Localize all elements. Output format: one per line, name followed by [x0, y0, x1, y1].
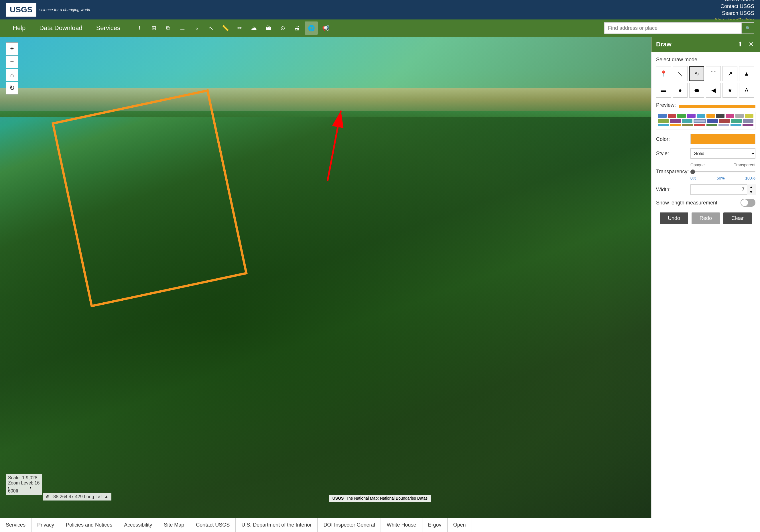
rectangle-mode-button[interactable]: ▬ [656, 83, 671, 98]
exclamation-tool[interactable]: ! [133, 22, 146, 35]
footer-sitemap-link[interactable]: Site Map [158, 518, 190, 532]
services-link[interactable]: Services [89, 20, 127, 37]
clear-button[interactable]: Clear [723, 213, 752, 224]
search-button[interactable]: 🔍 [742, 22, 754, 34]
star-mode-button[interactable]: ★ [723, 83, 737, 98]
transparency-thumb[interactable] [690, 169, 695, 174]
draw-panel-title: Draw [656, 41, 672, 48]
zoom-out-button[interactable]: − [6, 56, 18, 68]
swatch-seafoam[interactable] [731, 119, 741, 123]
line-mode-button[interactable]: ＼ [673, 66, 688, 81]
footer-doi-link[interactable]: U.S. Department of the Interior [236, 518, 317, 532]
footer-egov-link[interactable]: E-gov [422, 518, 448, 532]
swatch-red[interactable] [668, 114, 676, 118]
print-tool[interactable]: 🖨 [290, 22, 304, 35]
ellipse-mode-button[interactable]: ⬬ [689, 83, 704, 98]
collapse-panel-button[interactable]: ⬆ [736, 40, 744, 49]
help-link[interactable]: Help [6, 20, 32, 37]
style-select[interactable]: Solid Dashed Dotted [690, 148, 755, 159]
swatch-row-3 [658, 124, 753, 126]
swatch-green[interactable] [677, 114, 686, 118]
layers-tool[interactable]: ⧉ [162, 22, 175, 35]
undo-button[interactable]: Undo [660, 213, 688, 224]
select-mode-label: Select draw mode [656, 57, 755, 63]
measure-tool[interactable]: 📏 [219, 22, 232, 35]
draw-tool[interactable]: ✏ [233, 22, 246, 35]
swatch-purple[interactable] [687, 114, 695, 118]
footer-policies-link[interactable]: Policies and Notices [60, 518, 118, 532]
swatch-grid[interactable] [656, 112, 755, 129]
speaker-tool[interactable]: 📢 [319, 22, 332, 35]
transparency-labels: Opaque Transparent [690, 163, 755, 167]
terrain-tool[interactable]: ⛰ [247, 22, 261, 35]
close-panel-button[interactable]: ✕ [747, 40, 755, 49]
map-attribution: USGS The National Map: National Boundari… [329, 495, 431, 502]
swatch-navy[interactable] [707, 119, 718, 123]
swatch-yellow[interactable] [745, 114, 753, 118]
swatch-slate[interactable] [743, 119, 753, 123]
swatch-gray[interactable] [736, 114, 744, 118]
polygon-mode-button[interactable]: ◀ [706, 83, 721, 98]
grid-tool[interactable]: ⊞ [147, 22, 160, 35]
map-controls: + − ⌂ ↻ [6, 42, 18, 94]
draw-mode-row-1: 📍 ＼ ∿ ⌒ ↗ ▲ [656, 66, 755, 81]
search-input[interactable] [604, 22, 742, 34]
target-tool[interactable]: ⊙ [276, 22, 289, 35]
transparency-label: Transparency: [656, 169, 690, 175]
show-length-toggle[interactable] [740, 199, 755, 207]
footer-services-link[interactable]: Services [6, 518, 31, 532]
usgs-home-link[interactable]: USGS Home [725, 0, 754, 3]
home-button[interactable]: ⌂ [6, 69, 18, 81]
point-mode-button[interactable]: 📍 [656, 66, 671, 81]
list-tool[interactable]: ☰ [176, 22, 189, 35]
arrow-mode-button[interactable]: ↗ [723, 66, 737, 81]
swatch-teal[interactable] [682, 119, 692, 123]
swatch-dash-5[interactable] [706, 124, 717, 126]
swatch-dash-1[interactable] [658, 124, 669, 126]
swatch-olive[interactable] [658, 119, 669, 123]
footer-contact-link[interactable]: Contact USGS [190, 518, 236, 532]
pct-50: 50% [717, 176, 725, 180]
swatch-brick[interactable] [719, 119, 730, 123]
contact-usgs-link[interactable]: Contact USGS [721, 3, 754, 10]
footer-accessibility-link[interactable]: Accessibility [118, 518, 158, 532]
width-increment-button[interactable]: ▲ [747, 184, 755, 190]
color-picker[interactable] [690, 134, 755, 144]
color-label: Color: [656, 136, 690, 142]
swatch-dash-6[interactable] [719, 124, 729, 126]
polyline-mode-button[interactable]: ∿ [689, 66, 704, 81]
data-download-link[interactable]: Data Download [32, 20, 89, 37]
footer-whitehouse-link[interactable]: White House [381, 518, 422, 532]
circle-mode-button[interactable]: ● [673, 83, 688, 98]
swatch-blue[interactable] [658, 114, 667, 118]
text-mode-button[interactable]: A [739, 83, 754, 98]
cursor-tool[interactable]: ↖ [205, 22, 217, 35]
terrain2-tool[interactable]: 🏔 [262, 22, 275, 35]
swatch-orange[interactable] [706, 114, 715, 118]
triangle-mode-button[interactable]: ▲ [739, 66, 754, 81]
swatch-cyan[interactable] [697, 114, 705, 118]
swatch-dash-2[interactable] [670, 124, 681, 126]
width-decrement-button[interactable]: ▼ [747, 190, 755, 195]
swatch-violet[interactable] [670, 119, 680, 123]
footer-inspector-link[interactable]: DOI Inspector General [317, 518, 381, 532]
globe-tool[interactable]: 🌐 [305, 22, 318, 35]
footer-privacy-link[interactable]: Privacy [31, 518, 60, 532]
swatch-selected[interactable] [693, 119, 706, 123]
expand-icon: ▲ [104, 494, 109, 499]
swatch-pink[interactable] [726, 114, 734, 118]
marker-tool[interactable]: ⬦ [190, 22, 203, 35]
swatch-dash-7[interactable] [731, 124, 741, 126]
map-area[interactable]: + − ⌂ ↻ Scale: 1:9,028 Zoom Level: 16 60… [0, 37, 760, 518]
arc-mode-button[interactable]: ⌒ [706, 66, 721, 81]
zoom-in-button[interactable]: + [6, 42, 18, 55]
footer-open-link[interactable]: Open [448, 518, 472, 532]
search-usgs-link[interactable]: Search USGS [722, 10, 754, 16]
swatch-dash-3[interactable] [682, 124, 693, 126]
swatch-dash-4[interactable] [694, 124, 705, 126]
nav-bar: Help Data Download Services ! ⊞ ⧉ ☰ ⬦ ↖ … [0, 20, 760, 37]
swatch-dash-8[interactable] [742, 124, 753, 126]
swatch-dark[interactable] [716, 114, 725, 118]
redo-button[interactable]: Redo [691, 213, 720, 224]
refresh-button[interactable]: ↻ [6, 82, 18, 94]
